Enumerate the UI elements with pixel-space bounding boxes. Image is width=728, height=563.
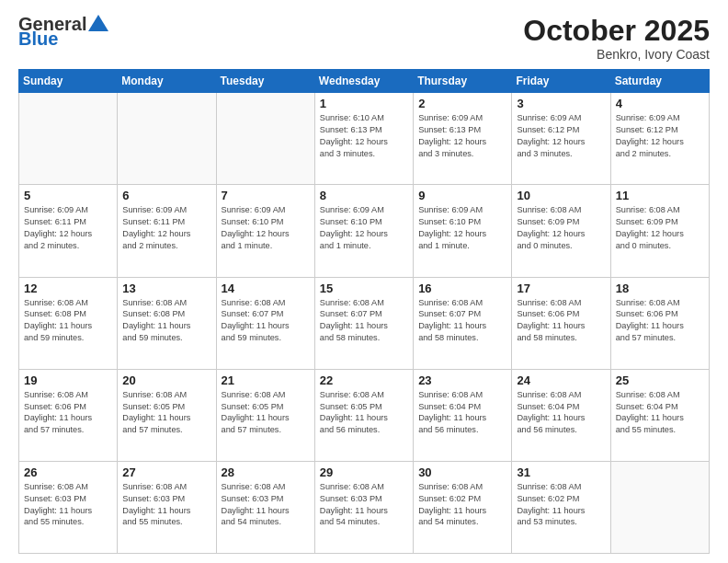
day-number: 14 <box>222 282 310 295</box>
day-number: 9 <box>418 189 506 202</box>
table-row: 1Sunrise: 6:10 AM Sunset: 6:13 PM Daylig… <box>314 93 413 185</box>
calendar-header-row: Sunday Monday Tuesday Wednesday Thursday… <box>19 70 710 93</box>
day-number: 21 <box>222 373 310 387</box>
day-info: Sunrise: 6:08 AM Sunset: 6:09 PM Dayligh… <box>517 204 605 252</box>
calendar: Sunday Monday Tuesday Wednesday Thursday… <box>18 69 710 554</box>
day-number: 3 <box>517 97 605 110</box>
day-info: Sunrise: 6:08 AM Sunset: 6:05 PM Dayligh… <box>320 389 408 437</box>
logo-text: General Blue <box>18 15 108 48</box>
col-friday: Friday <box>512 70 610 93</box>
day-info: Sunrise: 6:09 AM Sunset: 6:10 PM Dayligh… <box>222 204 310 252</box>
table-row: 21Sunrise: 6:08 AM Sunset: 6:05 PM Dayli… <box>216 369 314 461</box>
table-row: 26Sunrise: 6:08 AM Sunset: 6:03 PM Dayli… <box>19 461 118 553</box>
table-row: 8Sunrise: 6:09 AM Sunset: 6:10 PM Daylig… <box>314 185 413 277</box>
logo: General Blue <box>18 15 108 48</box>
location: Benkro, Ivory Coast <box>523 47 710 62</box>
day-info: Sunrise: 6:09 AM Sunset: 6:10 PM Dayligh… <box>418 204 506 252</box>
col-wednesday: Wednesday <box>314 70 413 93</box>
day-number: 31 <box>517 465 605 479</box>
table-row: 11Sunrise: 6:08 AM Sunset: 6:09 PM Dayli… <box>610 185 709 277</box>
day-number: 17 <box>517 282 605 295</box>
title-block: October 2025 Benkro, Ivory Coast <box>523 15 710 62</box>
day-info: Sunrise: 6:09 AM Sunset: 6:12 PM Dayligh… <box>517 112 605 160</box>
table-row <box>610 461 709 553</box>
table-row: 6Sunrise: 6:09 AM Sunset: 6:11 PM Daylig… <box>118 185 216 277</box>
day-number: 24 <box>517 373 605 387</box>
day-info: Sunrise: 6:08 AM Sunset: 6:03 PM Dayligh… <box>222 481 310 529</box>
page: General Blue October 2025 Benkro, Ivory … <box>0 0 728 563</box>
table-row: 14Sunrise: 6:08 AM Sunset: 6:07 PM Dayli… <box>216 277 314 369</box>
table-row: 19Sunrise: 6:08 AM Sunset: 6:06 PM Dayli… <box>19 369 118 461</box>
col-tuesday: Tuesday <box>216 70 314 93</box>
day-number: 23 <box>418 373 506 387</box>
day-number: 20 <box>122 373 210 387</box>
day-info: Sunrise: 6:08 AM Sunset: 6:04 PM Dayligh… <box>616 389 704 437</box>
day-info: Sunrise: 6:08 AM Sunset: 6:02 PM Dayligh… <box>418 481 506 529</box>
day-info: Sunrise: 6:08 AM Sunset: 6:09 PM Dayligh… <box>616 204 704 252</box>
day-number: 27 <box>122 465 210 479</box>
day-info: Sunrise: 6:08 AM Sunset: 6:06 PM Dayligh… <box>517 297 605 345</box>
day-number: 28 <box>222 465 310 479</box>
table-row: 20Sunrise: 6:08 AM Sunset: 6:05 PM Dayli… <box>118 369 216 461</box>
day-info: Sunrise: 6:08 AM Sunset: 6:04 PM Dayligh… <box>517 389 605 437</box>
day-number: 15 <box>320 282 408 295</box>
table-row: 9Sunrise: 6:09 AM Sunset: 6:10 PM Daylig… <box>414 185 512 277</box>
day-info: Sunrise: 6:08 AM Sunset: 6:07 PM Dayligh… <box>320 297 408 345</box>
day-number: 5 <box>24 189 112 202</box>
day-info: Sunrise: 6:08 AM Sunset: 6:03 PM Dayligh… <box>24 481 112 529</box>
table-row: 17Sunrise: 6:08 AM Sunset: 6:06 PM Dayli… <box>512 277 610 369</box>
day-number: 30 <box>418 465 506 479</box>
day-number: 6 <box>122 189 210 202</box>
day-number: 2 <box>418 97 506 110</box>
day-number: 25 <box>616 373 704 387</box>
day-number: 1 <box>320 97 408 110</box>
day-info: Sunrise: 6:08 AM Sunset: 6:07 PM Dayligh… <box>222 297 310 345</box>
table-row: 27Sunrise: 6:08 AM Sunset: 6:03 PM Dayli… <box>118 461 216 553</box>
day-info: Sunrise: 6:08 AM Sunset: 6:04 PM Dayligh… <box>418 389 506 437</box>
day-info: Sunrise: 6:08 AM Sunset: 6:03 PM Dayligh… <box>122 481 210 529</box>
table-row: 24Sunrise: 6:08 AM Sunset: 6:04 PM Dayli… <box>512 369 610 461</box>
day-info: Sunrise: 6:08 AM Sunset: 6:03 PM Dayligh… <box>320 481 408 529</box>
table-row <box>19 93 118 185</box>
day-number: 22 <box>320 373 408 387</box>
col-monday: Monday <box>118 70 216 93</box>
day-info: Sunrise: 6:08 AM Sunset: 6:05 PM Dayligh… <box>222 389 310 437</box>
day-number: 18 <box>616 282 704 295</box>
col-thursday: Thursday <box>414 70 512 93</box>
header: General Blue October 2025 Benkro, Ivory … <box>18 15 710 62</box>
table-row: 13Sunrise: 6:08 AM Sunset: 6:08 PM Dayli… <box>118 277 216 369</box>
calendar-week-row: 12Sunrise: 6:08 AM Sunset: 6:08 PM Dayli… <box>19 277 710 369</box>
table-row: 10Sunrise: 6:08 AM Sunset: 6:09 PM Dayli… <box>512 185 610 277</box>
table-row: 28Sunrise: 6:08 AM Sunset: 6:03 PM Dayli… <box>216 461 314 553</box>
day-info: Sunrise: 6:08 AM Sunset: 6:02 PM Dayligh… <box>517 481 605 529</box>
calendar-week-row: 19Sunrise: 6:08 AM Sunset: 6:06 PM Dayli… <box>19 369 710 461</box>
table-row <box>118 93 216 185</box>
day-number: 8 <box>320 189 408 202</box>
table-row: 23Sunrise: 6:08 AM Sunset: 6:04 PM Dayli… <box>414 369 512 461</box>
day-info: Sunrise: 6:08 AM Sunset: 6:08 PM Dayligh… <box>24 297 112 345</box>
day-info: Sunrise: 6:08 AM Sunset: 6:08 PM Dayligh… <box>122 297 210 345</box>
table-row: 25Sunrise: 6:08 AM Sunset: 6:04 PM Dayli… <box>610 369 709 461</box>
day-info: Sunrise: 6:10 AM Sunset: 6:13 PM Dayligh… <box>320 112 408 160</box>
table-row: 7Sunrise: 6:09 AM Sunset: 6:10 PM Daylig… <box>216 185 314 277</box>
day-number: 26 <box>24 465 112 479</box>
table-row: 3Sunrise: 6:09 AM Sunset: 6:12 PM Daylig… <box>512 93 610 185</box>
day-info: Sunrise: 6:08 AM Sunset: 6:06 PM Dayligh… <box>616 297 704 345</box>
table-row: 4Sunrise: 6:09 AM Sunset: 6:12 PM Daylig… <box>610 93 709 185</box>
day-number: 10 <box>517 189 605 202</box>
day-number: 12 <box>24 282 112 295</box>
day-info: Sunrise: 6:08 AM Sunset: 6:07 PM Dayligh… <box>418 297 506 345</box>
day-number: 29 <box>320 465 408 479</box>
calendar-week-row: 5Sunrise: 6:09 AM Sunset: 6:11 PM Daylig… <box>19 185 710 277</box>
day-number: 7 <box>222 189 310 202</box>
table-row: 22Sunrise: 6:08 AM Sunset: 6:05 PM Dayli… <box>314 369 413 461</box>
table-row: 16Sunrise: 6:08 AM Sunset: 6:07 PM Dayli… <box>414 277 512 369</box>
table-row <box>216 93 314 185</box>
day-info: Sunrise: 6:09 AM Sunset: 6:12 PM Dayligh… <box>616 112 704 160</box>
table-row: 31Sunrise: 6:08 AM Sunset: 6:02 PM Dayli… <box>512 461 610 553</box>
calendar-week-row: 26Sunrise: 6:08 AM Sunset: 6:03 PM Dayli… <box>19 461 710 553</box>
day-number: 11 <box>616 189 704 202</box>
day-info: Sunrise: 6:08 AM Sunset: 6:06 PM Dayligh… <box>24 389 112 437</box>
table-row: 2Sunrise: 6:09 AM Sunset: 6:13 PM Daylig… <box>414 93 512 185</box>
day-number: 19 <box>24 373 112 387</box>
